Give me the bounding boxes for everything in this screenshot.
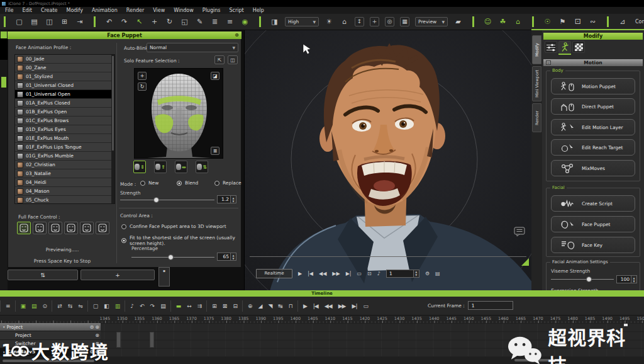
pan-icon[interactable]: + xyxy=(138,72,147,80)
profile-list-item[interactable]: 01_Stylized xyxy=(15,72,114,81)
frame-input[interactable]: 1 xyxy=(386,270,414,278)
profile-list-item[interactable]: 01E_ExPlus Mouth xyxy=(15,134,114,143)
mode-radio-blend[interactable]: Blend xyxy=(177,180,198,186)
preview-dropdown[interactable]: Preview ▼ xyxy=(415,17,448,26)
menu-item[interactable]: File xyxy=(5,8,13,13)
scrollbar-thumb[interactable] xyxy=(112,56,114,151)
menu-item[interactable]: Animation xyxy=(92,8,118,13)
audio-scrub-icon[interactable]: ◧ xyxy=(104,303,109,309)
solo-feature-thumb[interactable]: ⇕ xyxy=(133,161,146,173)
camera-track-icon[interactable]: ▣ xyxy=(21,303,26,309)
full-face-control-button[interactable] xyxy=(96,222,109,234)
motion-section-header[interactable]: − Motion xyxy=(543,59,643,66)
tab-material[interactable] xyxy=(572,41,585,53)
viseme-strength-slider[interactable] xyxy=(551,276,614,282)
select-icon[interactable]: ↖ xyxy=(135,16,144,27)
first-frame-button[interactable]: |◀ xyxy=(313,303,318,309)
collect-clip-icon[interactable]: ⇄ xyxy=(57,303,62,309)
profile-list-item[interactable]: 01B_ExPlus Open xyxy=(15,108,114,117)
track-close-icon[interactable]: ⊗ xyxy=(95,324,99,330)
modify-action-button[interactable]: Motion Puppet xyxy=(551,78,635,94)
layout-icon[interactable]: ◨ xyxy=(270,16,279,27)
menu-item[interactable]: View xyxy=(153,8,165,13)
mask-list-icon[interactable]: ≣ xyxy=(211,147,219,155)
profile-list-item[interactable]: 01A_ExPlus Closed xyxy=(15,99,114,108)
menu-item[interactable]: Help xyxy=(253,8,264,13)
solo-feature-thumb[interactable]: ⇔ xyxy=(175,161,187,173)
collapse-caret-icon[interactable]: ▾ xyxy=(3,325,5,329)
zoom-graph-icon[interactable]: ◢ xyxy=(258,303,262,309)
tab-modify[interactable]: Modify xyxy=(532,35,541,64)
last-frame-button[interactable]: ▶| xyxy=(352,303,357,309)
marker-icon[interactable]: ▤ xyxy=(160,303,165,309)
timeline-clip[interactable] xyxy=(116,332,121,348)
add-key-icon[interactable]: ⊞ xyxy=(212,303,216,309)
fit-all-icon[interactable]: + xyxy=(370,17,379,26)
menu-item[interactable]: Create xyxy=(41,8,58,13)
profile-list-item[interactable]: 04_Mason xyxy=(15,187,114,196)
profile-list-item[interactable]: 00_Zane xyxy=(15,64,114,72)
menu-item[interactable]: Script xyxy=(229,8,243,13)
full-face-control-button[interactable] xyxy=(33,222,47,234)
fit-height-icon[interactable]: ↕ xyxy=(355,17,364,26)
move-icon[interactable]: + xyxy=(150,16,159,27)
modify-action-button[interactable]: Direct Puppet xyxy=(551,98,635,115)
current-frame-input[interactable]: 1 xyxy=(468,301,513,310)
doc-icon[interactable]: ▢ xyxy=(93,303,98,309)
audio-button[interactable]: ♪ xyxy=(377,271,380,276)
auto-blink-dropdown[interactable]: Normal ▼ xyxy=(147,43,238,52)
add-profile-button[interactable]: + xyxy=(80,270,155,280)
undo-icon[interactable]: ↶ xyxy=(104,16,114,27)
scene-camera-icon[interactable]: ☉ xyxy=(543,16,552,27)
orbit-icon[interactable]: ↻ xyxy=(138,82,147,91)
fit-range-icon[interactable]: ↹ xyxy=(278,303,282,309)
next-frame-button[interactable]: ▶▶ xyxy=(332,271,340,276)
playbar-range-icon[interactable]: ▭ xyxy=(363,303,368,309)
profile-list-item[interactable]: 01G_ExPlus Mumble xyxy=(15,152,114,161)
strength-slider[interactable] xyxy=(120,196,214,203)
profile-list-item[interactable]: 01D_ExPlus Eyes xyxy=(15,125,114,134)
slider-handle[interactable] xyxy=(153,197,159,203)
home-icon[interactable]: ⌂ xyxy=(340,16,349,27)
track-list-icon[interactable]: ≡ xyxy=(6,303,10,309)
modify-action-button[interactable]: Face Puppet xyxy=(551,216,635,232)
clip-mode-icon[interactable]: ▥ xyxy=(115,303,120,309)
menu-item[interactable]: Edit xyxy=(22,8,32,13)
mode-radio-new[interactable]: New xyxy=(140,180,158,186)
zoom-in-icon[interactable]: ⊕ xyxy=(248,303,252,309)
percentage-spinner[interactable]: ▲▼ xyxy=(231,253,236,261)
export-profile-icon[interactable]: ⇱ xyxy=(214,55,225,64)
loop-icon[interactable]: ⊓ xyxy=(289,303,292,309)
comment-bubble-icon[interactable] xyxy=(514,227,526,237)
break-clip-icon[interactable]: ⊟ xyxy=(233,303,237,309)
new-project-icon[interactable]: ▢ xyxy=(14,16,24,27)
range-clip-icon[interactable]: ▬ xyxy=(176,303,181,309)
3d-viewport[interactable]: Realtime ▶|◀◀◀▶▶▶|▭⊡♪ 1 ▲▼ ⚙ ▤ xyxy=(244,30,531,291)
face-mask-preview[interactable]: + ↻ ◪ ≣ xyxy=(134,68,223,159)
solo-feature-thumb[interactable]: ⇅ xyxy=(196,161,208,173)
profile-list-item[interactable]: 05_Chuck xyxy=(15,196,114,204)
profile-list-item[interactable]: 00_Jade xyxy=(15,55,114,64)
tab-mini-viewport[interactable]: Mini Viewport xyxy=(532,66,541,101)
play-button[interactable]: ▶ xyxy=(298,271,302,276)
delete-key-icon[interactable]: ⊠ xyxy=(223,303,227,309)
settings-button[interactable]: ⚙ xyxy=(425,271,430,276)
loop-range-button[interactable]: ▭ xyxy=(357,271,362,276)
tab-animation[interactable] xyxy=(558,41,571,53)
slider-handle[interactable] xyxy=(168,254,174,260)
props-icon[interactable]: ⚀ xyxy=(573,16,582,27)
tab-modify-params[interactable] xyxy=(545,41,557,53)
profile-list-item[interactable]: 04_Heidi xyxy=(15,178,114,187)
modify-action-button[interactable]: Face Key xyxy=(551,237,635,253)
frame-spinner[interactable]: ▲▼ xyxy=(414,270,419,278)
viewport-scrollbar[interactable] xyxy=(250,256,526,257)
menu-item[interactable]: Modify xyxy=(66,8,83,13)
align-icon[interactable]: ≡ xyxy=(225,16,235,27)
create-stage-icon[interactable]: ⌂ xyxy=(513,16,523,27)
control-area-radio-confine[interactable]: Confine Face Puppet area to 3D viewport xyxy=(121,224,226,229)
percentage-value[interactable]: 65 xyxy=(217,253,231,261)
track-row[interactable]: ▾ Project ⊚ ⊗ xyxy=(0,323,101,331)
modify-action-button[interactable]: Edit Motion Layer xyxy=(551,119,635,135)
grid-icon[interactable]: ▦ xyxy=(400,17,409,26)
next-edit-icon[interactable]: ↷ xyxy=(150,303,155,309)
